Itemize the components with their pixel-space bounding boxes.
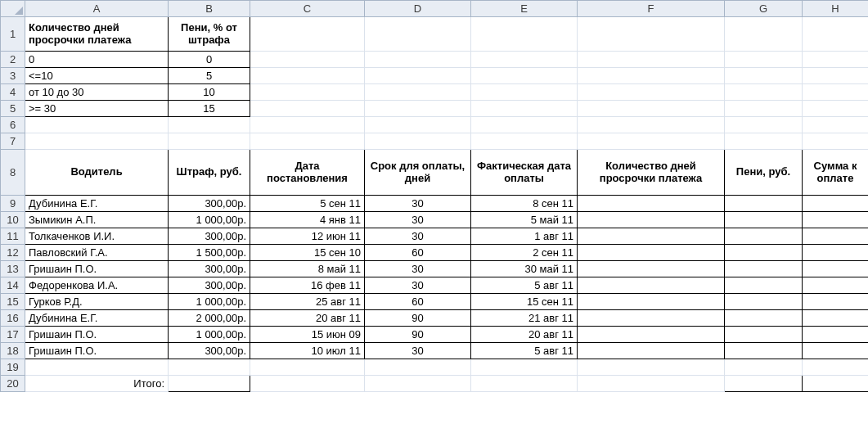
cell-pay-days[interactable]: 30 [365,277,471,294]
cell[interactable] [578,359,725,376]
cell-driver[interactable]: Дубинина Е.Г. [25,196,169,212]
cell-penalty[interactable] [725,261,803,277]
col-head-a[interactable]: A [25,1,169,17]
cell[interactable] [250,68,365,84]
cell-total[interactable] [803,245,869,261]
cell[interactable] [471,376,578,392]
cell[interactable] [725,52,803,68]
cell-overdue[interactable] [578,196,725,212]
cell-driver[interactable]: Гурков Р.Д. [25,294,169,310]
cell[interactable] [250,101,365,117]
cell[interactable] [365,359,471,376]
cell-fact-date[interactable]: 5 май 11 [471,212,578,228]
cell-pay-days[interactable]: 30 [365,261,471,277]
cell[interactable] [169,117,250,133]
rules-hdr-pct[interactable]: Пени, % от штрафа [169,17,250,52]
col-head-f[interactable]: F [578,1,725,17]
cell-date-res[interactable]: 8 май 11 [250,261,365,277]
cell[interactable] [169,359,250,376]
cell-penalty[interactable] [725,327,803,343]
hdr-date-res[interactable]: Дата постановления [250,150,365,196]
rules-pct[interactable]: 10 [169,84,250,101]
row-head-6[interactable]: 6 [1,117,25,133]
cell-fact-date[interactable]: 8 сен 11 [471,196,578,212]
cell-total[interactable] [803,277,869,294]
hdr-pay-days[interactable]: Срок для оплаты, дней [365,150,471,196]
cell-total[interactable] [803,212,869,228]
cell-total[interactable] [803,294,869,310]
cell-date-res[interactable]: 4 янв 11 [250,212,365,228]
cell[interactable] [578,117,725,133]
cell[interactable] [25,133,169,150]
cell[interactable] [25,359,169,376]
cell-fine[interactable]: 1 500,00р. [169,245,250,261]
cell-pay-days[interactable]: 30 [365,343,471,359]
row-head-5[interactable]: 5 [1,101,25,117]
cell[interactable] [471,117,578,133]
col-head-c[interactable]: C [250,1,365,17]
cell[interactable] [803,52,869,68]
cell[interactable] [803,359,869,376]
cell[interactable] [25,117,169,133]
col-head-b[interactable]: B [169,1,250,17]
cell-date-res[interactable]: 10 июл 11 [250,343,365,359]
cell-penalty[interactable] [725,343,803,359]
row-head-9[interactable]: 9 [1,196,25,212]
cell[interactable] [578,17,725,52]
cell-penalty[interactable] [725,228,803,245]
row-head-19[interactable]: 19 [1,359,25,376]
cell[interactable] [365,117,471,133]
row-head-17[interactable]: 17 [1,327,25,343]
rules-days[interactable]: от 10 до 30 [25,84,169,101]
cell-overdue[interactable] [578,310,725,327]
cell-pay-days[interactable]: 30 [365,228,471,245]
cell-driver[interactable]: Толкаченков И.И. [25,228,169,245]
hdr-driver[interactable]: Водитель [25,150,169,196]
cell-driver[interactable]: Дубинина Е.Г. [25,310,169,327]
cell-date-res[interactable]: 5 сен 11 [250,196,365,212]
cell[interactable] [471,359,578,376]
cell-overdue[interactable] [578,228,725,245]
cell-total[interactable] [803,343,869,359]
row-head-1[interactable]: 1 [1,17,25,52]
cell-driver[interactable]: Павловский Г.А. [25,245,169,261]
cell[interactable] [471,52,578,68]
cell[interactable] [803,133,869,150]
cell[interactable] [471,101,578,117]
cell[interactable] [803,117,869,133]
col-head-g[interactable]: G [725,1,803,17]
rules-pct[interactable]: 5 [169,68,250,84]
cell-fine[interactable]: 1 000,00р. [169,294,250,310]
rules-pct[interactable]: 0 [169,52,250,68]
cell-pay-days[interactable]: 60 [365,294,471,310]
cell-fact-date[interactable]: 5 авг 11 [471,277,578,294]
select-all-corner[interactable] [1,1,25,17]
row-head-18[interactable]: 18 [1,343,25,359]
cell-date-res[interactable]: 15 сен 10 [250,245,365,261]
cell-date-res[interactable]: 20 авг 11 [250,310,365,327]
cell-pay-days[interactable]: 90 [365,327,471,343]
row-head-12[interactable]: 12 [1,245,25,261]
cell-fact-date[interactable]: 20 авг 11 [471,327,578,343]
rules-pct[interactable]: 15 [169,101,250,117]
cell-total[interactable] [803,310,869,327]
row-head-14[interactable]: 14 [1,277,25,294]
col-head-h[interactable]: H [803,1,869,17]
cell-penalty[interactable] [725,294,803,310]
spreadsheet-grid[interactable]: A B C D E F G H 1 Количество дней просро… [0,0,868,392]
cell-fine[interactable]: 300,00р. [169,343,250,359]
cell[interactable] [250,117,365,133]
cell-fine[interactable]: 300,00р. [169,277,250,294]
cell-fact-date[interactable]: 30 май 11 [471,261,578,277]
cell[interactable] [578,84,725,101]
rules-days[interactable]: <=10 [25,68,169,84]
cell[interactable] [578,68,725,84]
row-head-16[interactable]: 16 [1,310,25,327]
cell-overdue[interactable] [578,277,725,294]
cell-driver[interactable]: Гришаин П.О. [25,261,169,277]
cell[interactable] [725,117,803,133]
cell[interactable] [365,101,471,117]
cell[interactable] [578,52,725,68]
cell[interactable] [725,17,803,52]
row-head-20[interactable]: 20 [1,376,25,392]
